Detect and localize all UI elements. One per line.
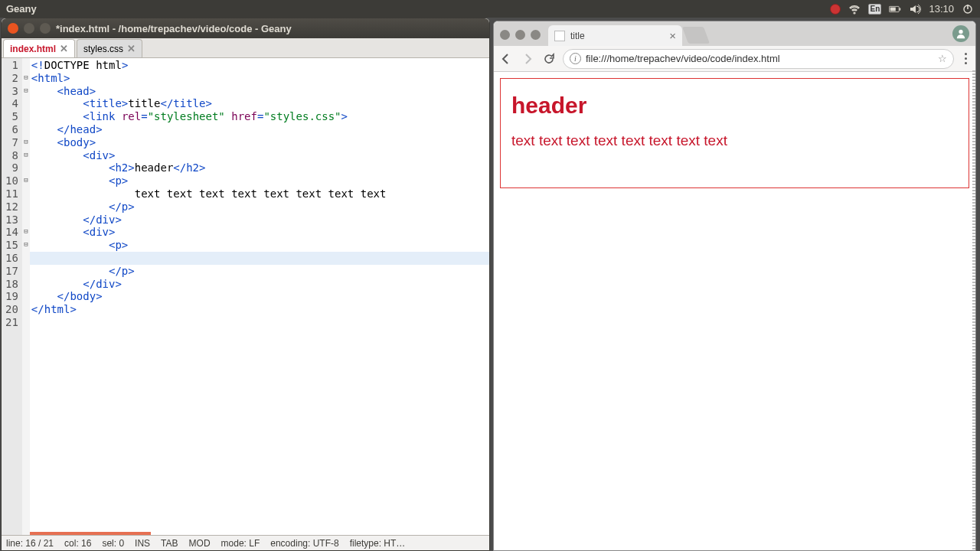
tab-label: index.html <box>10 44 56 54</box>
forward-button[interactable] <box>520 51 535 67</box>
editor-tabs: index.html ✕ styles.css ✕ <box>2 38 489 58</box>
line-number-gutter: 1 2 3 4 5 6 7 8 9 10 11 12 13 14 15 16 1… <box>2 58 22 535</box>
geany-window-title: *index.html - /home/trepachev/video/code… <box>56 23 292 34</box>
desktop-menubar: Geany En 13:10 <box>0 0 980 18</box>
url-text: file:///home/trepachev/video/code/index.… <box>586 53 780 64</box>
system-tray: En 13:10 <box>830 3 974 15</box>
browser-window: title × i file:///home/trepachev/video/c… <box>493 21 976 551</box>
active-app-name: Geany <box>6 3 37 15</box>
keyboard-layout-indicator[interactable]: En <box>868 4 881 15</box>
browser-toolbar: i file:///home/trepachev/video/code/inde… <box>494 46 975 72</box>
page-box: header text text text text text text tex… <box>500 78 969 188</box>
page-header: header <box>511 93 958 119</box>
fold-gutter[interactable]: ⊟ ⊟ ⊟ ⊟ ⊟ ⊟ ⊟ <box>22 58 30 535</box>
browser-menu-button[interactable] <box>960 53 971 64</box>
geany-titlebar[interactable]: *index.html - /home/trepachev/video/code… <box>2 18 489 38</box>
browser-tab[interactable]: title × <box>548 25 682 46</box>
clock[interactable]: 13:10 <box>929 3 954 15</box>
window-minimize-button[interactable] <box>515 30 525 40</box>
window-close-button[interactable] <box>500 30 510 40</box>
status-mod: MOD <box>189 538 211 549</box>
reload-button[interactable] <box>541 51 557 67</box>
browser-scrollbar[interactable] <box>972 70 975 550</box>
record-icon[interactable] <box>830 4 841 15</box>
close-icon[interactable]: ✕ <box>60 43 68 54</box>
status-line: line: 16 / 21 <box>6 538 54 549</box>
tab-styles-css[interactable]: styles.css ✕ <box>77 39 142 57</box>
bookmark-icon[interactable]: ☆ <box>938 53 947 64</box>
svg-rect-1 <box>900 8 901 10</box>
status-encoding: encoding: UTF-8 <box>270 538 338 549</box>
svg-point-5 <box>959 30 962 34</box>
wifi-icon[interactable] <box>848 3 861 15</box>
rendered-page: header text text text text text text tex… <box>494 72 975 550</box>
window-maximize-button[interactable] <box>531 30 541 40</box>
battery-icon[interactable] <box>889 3 901 15</box>
geany-window: *index.html - /home/trepachev/video/code… <box>1 18 490 551</box>
profile-button[interactable] <box>952 25 969 42</box>
site-info-icon[interactable]: i <box>570 53 581 64</box>
svg-rect-2 <box>890 7 896 11</box>
tab-label: styles.css <box>83 44 123 54</box>
page-paragraph: text text text text text text text text <box>511 132 958 149</box>
close-icon[interactable]: × <box>669 29 676 42</box>
back-button[interactable] <box>498 51 514 67</box>
code-content[interactable]: <!DOCTYPE html><html> <head> <title>titl… <box>30 58 390 535</box>
browser-tab-title: title <box>570 31 585 41</box>
status-mode: mode: LF <box>221 538 260 549</box>
power-icon[interactable] <box>962 3 974 15</box>
status-bar: line: 16 / 21 col: 16 sel: 0 INS TAB MOD… <box>2 535 489 550</box>
tab-index-html[interactable]: index.html ✕ <box>3 39 75 57</box>
favicon-icon <box>554 31 565 41</box>
status-col: col: 16 <box>64 538 91 549</box>
window-maximize-button[interactable] <box>40 23 51 34</box>
status-ins: INS <box>135 538 150 549</box>
code-editor[interactable]: 1 2 3 4 5 6 7 8 9 10 11 12 13 14 15 16 1… <box>2 58 489 535</box>
status-tab: TAB <box>161 538 178 549</box>
status-sel: sel: 0 <box>102 538 124 549</box>
close-icon[interactable]: ✕ <box>127 43 136 54</box>
window-close-button[interactable] <box>8 23 18 34</box>
browser-tabstrip: title × <box>494 21 975 46</box>
new-tab-button[interactable] <box>682 27 710 44</box>
window-minimize-button[interactable] <box>24 23 34 34</box>
volume-icon[interactable] <box>909 3 921 15</box>
desktop-workspace: *index.html - /home/trepachev/video/code… <box>0 18 980 551</box>
url-input[interactable]: i file:///home/trepachev/video/code/inde… <box>563 49 954 69</box>
status-filetype: filetype: HT… <box>350 538 406 549</box>
